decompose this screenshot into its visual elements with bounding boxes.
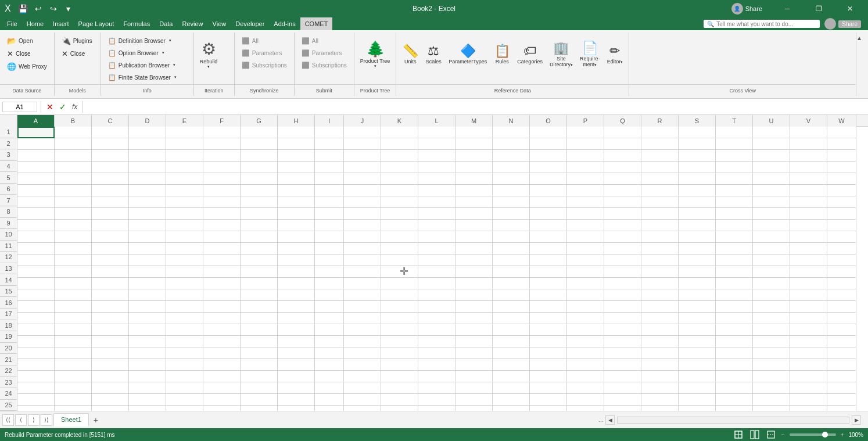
cell-S21[interactable]	[679, 359, 716, 371]
cell-K4[interactable]	[381, 162, 418, 173]
cell-U17[interactable]	[753, 313, 790, 324]
row-2[interactable]: 2	[0, 138, 17, 150]
cell-A11[interactable]	[17, 243, 55, 254]
customize-qat-button[interactable]: ▾	[62, 2, 75, 15]
cell-R20[interactable]	[641, 347, 679, 359]
cell-J25[interactable]	[344, 406, 381, 411]
cell-Q4[interactable]	[604, 162, 641, 173]
cell-P10[interactable]	[567, 231, 604, 243]
cell-M16[interactable]	[455, 301, 493, 313]
cell-P14[interactable]	[567, 278, 604, 289]
cell-A13[interactable]	[17, 266, 55, 278]
cell-E11[interactable]	[166, 243, 203, 254]
cell-W23[interactable]	[827, 382, 856, 394]
cell-T17[interactable]	[716, 313, 753, 324]
editor-button[interactable]: ✏ Editor▾	[604, 35, 625, 73]
cell-M6[interactable]	[455, 185, 493, 196]
cell-N9[interactable]	[493, 220, 530, 231]
row-11[interactable]: 11	[0, 241, 17, 252]
cell-W2[interactable]	[827, 138, 856, 150]
cell-U16[interactable]	[753, 301, 790, 313]
row-23[interactable]: 23	[0, 377, 17, 388]
cell-F25[interactable]	[203, 406, 241, 411]
cell-P24[interactable]	[567, 394, 604, 406]
cell-N25[interactable]	[493, 406, 530, 411]
cell-O6[interactable]	[530, 185, 567, 196]
cell-N5[interactable]	[493, 173, 530, 185]
rebuild-button[interactable]: ⚙ Rebuild ▾	[198, 35, 220, 73]
cell-G2[interactable]	[241, 138, 278, 150]
cell-L21[interactable]	[418, 359, 455, 371]
cell-B15[interactable]	[55, 289, 92, 301]
cell-V22[interactable]	[790, 371, 827, 382]
menu-view[interactable]: View	[208, 17, 231, 30]
cell-W7[interactable]	[827, 196, 856, 208]
cell-H21[interactable]	[278, 359, 315, 371]
cell-K3[interactable]	[381, 150, 418, 162]
cell-R3[interactable]	[641, 150, 679, 162]
cell-H18[interactable]	[278, 324, 315, 336]
cell-C5[interactable]	[92, 173, 129, 185]
cell-R4[interactable]	[641, 162, 679, 173]
cell-M13[interactable]	[455, 266, 493, 278]
cell-H2[interactable]	[278, 138, 315, 150]
cell-Q21[interactable]	[604, 359, 641, 371]
cell-O2[interactable]	[530, 138, 567, 150]
cell-U8[interactable]	[753, 208, 790, 220]
row-13[interactable]: 13	[0, 263, 17, 275]
cell-V25[interactable]	[790, 406, 827, 411]
cell-F5[interactable]	[203, 173, 241, 185]
cell-Q23[interactable]	[604, 382, 641, 394]
cell-R16[interactable]	[641, 301, 679, 313]
cell-R25[interactable]	[641, 406, 679, 411]
cell-E6[interactable]	[166, 185, 203, 196]
cell-I21[interactable]	[315, 359, 344, 371]
cell-G9[interactable]	[241, 220, 278, 231]
cell-V7[interactable]	[790, 196, 827, 208]
cell-G17[interactable]	[241, 313, 278, 324]
cell-Q10[interactable]	[604, 231, 641, 243]
cell-D2[interactable]	[129, 138, 166, 150]
cell-N10[interactable]	[493, 231, 530, 243]
categories-button[interactable]: 🏷 Categories	[515, 35, 545, 73]
cell-R7[interactable]	[641, 196, 679, 208]
cell-E20[interactable]	[166, 347, 203, 359]
cell-D9[interactable]	[129, 220, 166, 231]
cell-S8[interactable]	[679, 208, 716, 220]
cell-S5[interactable]	[679, 173, 716, 185]
cell-J3[interactable]	[344, 150, 381, 162]
cell-C7[interactable]	[92, 196, 129, 208]
page-break-view-button[interactable]	[765, 430, 777, 439]
cell-K21[interactable]	[381, 359, 418, 371]
cell-W8[interactable]	[827, 208, 856, 220]
cell-N16[interactable]	[493, 301, 530, 313]
cell-V1[interactable]	[790, 127, 827, 138]
cell-U15[interactable]	[753, 289, 790, 301]
cell-U5[interactable]	[753, 173, 790, 185]
cell-E24[interactable]	[166, 394, 203, 406]
zoom-minus-icon[interactable]: −	[781, 432, 785, 438]
col-header-n[interactable]: N	[493, 115, 530, 127]
cell-V2[interactable]	[790, 138, 827, 150]
ribbon-collapse-button[interactable]: ▲	[856, 35, 862, 41]
cell-J5[interactable]	[344, 173, 381, 185]
cell-S13[interactable]	[679, 266, 716, 278]
cell-O22[interactable]	[530, 371, 567, 382]
cell-T1[interactable]	[716, 127, 753, 138]
cell-P2[interactable]	[567, 138, 604, 150]
cell-S18[interactable]	[679, 324, 716, 336]
col-header-m[interactable]: M	[455, 115, 493, 127]
cell-W25[interactable]	[827, 406, 856, 411]
menu-insert[interactable]: Insert	[48, 17, 74, 30]
cell-L10[interactable]	[418, 231, 455, 243]
cell-B16[interactable]	[55, 301, 92, 313]
col-header-k[interactable]: K	[381, 115, 418, 127]
cell-L22[interactable]	[418, 371, 455, 382]
cell-J7[interactable]	[344, 196, 381, 208]
close-button[interactable]: ✕	[837, 0, 863, 17]
cell-U14[interactable]	[753, 278, 790, 289]
cell-U13[interactable]	[753, 266, 790, 278]
cell-F21[interactable]	[203, 359, 241, 371]
zoom-level[interactable]: 100%	[848, 432, 863, 438]
cell-V12[interactable]	[790, 254, 827, 266]
